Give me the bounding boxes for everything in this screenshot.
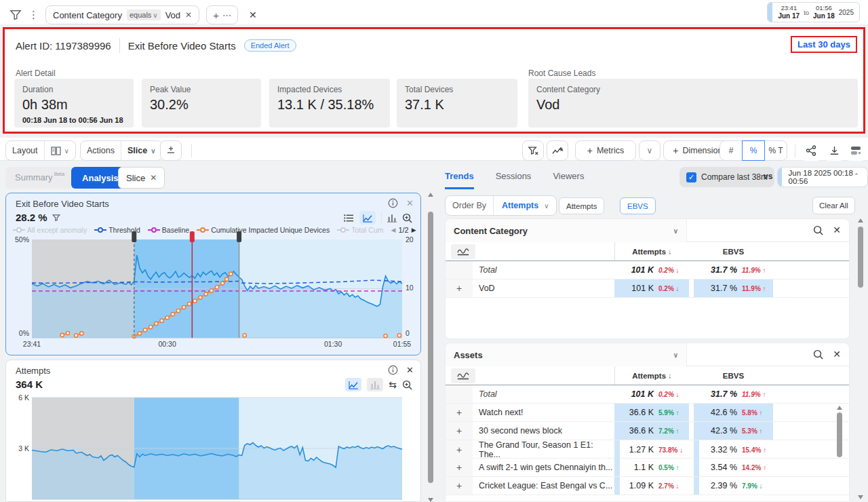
dimension-select[interactable]: Content Category ∨ <box>446 219 687 242</box>
line-chart-toggle[interactable] <box>359 211 376 225</box>
zoom-icon[interactable] <box>402 213 412 223</box>
row-expander[interactable]: + <box>446 459 473 476</box>
info-icon[interactable] <box>388 365 398 375</box>
tab-summary[interactable]: SummaryBeta <box>5 167 71 189</box>
left-scrollbar[interactable] <box>426 193 435 502</box>
metric-chip-ebvs[interactable]: EBVS <box>620 197 656 214</box>
close-icon[interactable]: ✕ <box>150 173 157 182</box>
table-row[interactable]: Total101 K0.2% ↓31.7 %11.9% ↑ <box>446 261 849 279</box>
close-icon[interactable]: ✕ <box>406 198 414 208</box>
tab-trends[interactable]: Trends <box>445 171 474 189</box>
row-expander[interactable]: + <box>446 279 473 297</box>
table-scrollbar[interactable] <box>835 406 844 501</box>
row-expander[interactable]: + <box>446 477 473 495</box>
plus-icon: + <box>213 9 219 21</box>
filter-results-button[interactable] <box>522 140 544 161</box>
dimension-select[interactable]: Assets ∨ <box>446 343 687 366</box>
end-time: 01:56 <box>816 5 832 12</box>
add-filter-button[interactable]: + ⋯ <box>206 5 238 24</box>
pager-next-icon[interactable]: ▶ <box>412 227 416 233</box>
table-row[interactable]: +The Grand Tour, Season 1 E1: The...1.27… <box>446 440 849 459</box>
funnel-small-icon[interactable] <box>52 214 60 222</box>
end-date: Jun 18 <box>813 12 835 20</box>
bar-chart-icon[interactable] <box>387 214 397 223</box>
trend-column-icon[interactable] <box>451 368 475 383</box>
trend-column-icon[interactable] <box>451 244 475 259</box>
row-expander[interactable]: + <box>446 440 473 459</box>
scroll-up-arrow[interactable] <box>837 406 842 410</box>
table-row[interactable]: Total101 K0.2% ↓31.7 %11.9% ↑ <box>446 385 849 404</box>
tab-slice[interactable]: Slice ✕ <box>118 167 165 189</box>
scroll-down-arrow[interactable] <box>858 495 863 499</box>
kebab-menu-icon[interactable]: ⋮ <box>28 9 39 21</box>
compare-range-text: Jun 18 2025 00:18 - 00:56 <box>782 168 867 187</box>
table-row[interactable]: +A swift 2-1 win gets Chennaiyin th...1.… <box>446 459 849 477</box>
table-row[interactable]: +VoD101 K0.2% ↓31.7 %11.9% ↑ <box>446 279 849 298</box>
table-row[interactable]: +30 second news block36.6 K7.2% ↑42.3 %5… <box>446 422 849 440</box>
add-chart-button[interactable] <box>547 140 568 161</box>
close-icon[interactable]: ✕ <box>406 365 414 375</box>
column-ebvs[interactable]: EBVS <box>694 372 773 380</box>
remove-filter-icon[interactable]: ✕ <box>185 10 192 20</box>
unit-option[interactable]: # <box>719 140 743 161</box>
column-attempts[interactable]: Attempts↓ <box>614 242 689 260</box>
compare-daterange[interactable]: Jun 18 2025 00:18 - 00:56 <box>777 167 868 187</box>
attempts-value: 36.6 K <box>614 408 654 417</box>
panel-title: Exit Before Video Starts <box>16 199 109 209</box>
attempts-plot-area[interactable] <box>32 389 402 499</box>
unit-option[interactable]: % <box>742 140 765 161</box>
close-icon[interactable]: ✕ <box>833 225 841 235</box>
share-button[interactable] <box>800 140 822 161</box>
daterange-picker[interactable]: 23:41Jun 17 to 01:56Jun 18 2025 <box>767 2 860 22</box>
download-button[interactable] <box>823 140 845 161</box>
swap-axes-icon[interactable]: ⇆ <box>389 379 397 390</box>
compare-toggle[interactable]: ✓ Compare last 38m <box>679 167 774 187</box>
unit-toggle-group: #%% T <box>720 140 787 161</box>
search-icon[interactable] <box>813 349 823 360</box>
info-icon[interactable] <box>388 198 398 208</box>
column-ebvs[interactable]: EBVS <box>694 248 773 256</box>
split-panel-button[interactable] <box>160 140 182 161</box>
attempts-delta: 0.2% ↓ <box>658 267 679 274</box>
filter-chip[interactable]: Content Category equals∨ Vod ✕ <box>45 5 199 24</box>
metric-chip-attempts[interactable]: Attempts <box>559 197 604 214</box>
layout-control[interactable]: Layout ∨ <box>5 140 76 161</box>
checkbox-checked-icon[interactable]: ✓ <box>686 172 696 182</box>
actions-control[interactable]: Actions Slice∨ <box>80 140 163 161</box>
table-row[interactable]: +Watch next!36.6 K5.9% ↑42.6 %5.8% ↑ <box>446 404 849 422</box>
metrics-dropdown[interactable]: ∨ <box>639 140 660 161</box>
cards-icon <box>850 146 861 155</box>
clear-filters-icon[interactable]: ✕ <box>249 9 257 20</box>
zoom-icon[interactable] <box>402 380 412 390</box>
last-30-days-link[interactable]: Last 30 days <box>791 36 857 53</box>
filter-funnel-icon[interactable] <box>9 9 22 21</box>
ebvs-plot-area[interactable] <box>32 231 402 338</box>
filter-operator[interactable]: equals∨ <box>127 9 161 20</box>
unit-option[interactable]: % T <box>764 140 787 161</box>
tab-viewers[interactable]: Viewers <box>553 171 584 189</box>
tab-sessions[interactable]: Sessions <box>496 171 532 189</box>
layout-cards-button[interactable] <box>845 140 867 161</box>
x-tick-label: 01:55 <box>389 340 416 348</box>
clear-all-button[interactable]: Clear All <box>812 197 855 214</box>
scrollbar-thumb[interactable] <box>428 212 433 483</box>
scrollbar-thumb[interactable] <box>837 412 842 457</box>
row-expander[interactable]: + <box>446 404 473 421</box>
scrollbar-thumb[interactable] <box>858 227 863 288</box>
add-metrics-button[interactable]: + Metrics <box>575 140 636 161</box>
search-icon[interactable] <box>813 225 823 235</box>
attempts-chart[interactable] <box>32 389 402 499</box>
column-attempts[interactable]: Attempts↓ <box>614 366 689 385</box>
close-icon[interactable]: ✕ <box>833 349 841 360</box>
order-by-control[interactable]: Order By Attempts ∨ <box>445 195 557 216</box>
page-scrollbar[interactable] <box>856 218 865 499</box>
card-label: Impacted Devices <box>277 85 382 94</box>
scroll-up-arrow[interactable] <box>428 193 433 197</box>
scroll-up-arrow[interactable] <box>858 218 863 223</box>
table-row[interactable]: +Cricket League: East Bengal vs C...1.09… <box>446 477 849 495</box>
scroll-down-arrow[interactable] <box>428 498 433 502</box>
attempts-cell: 1.27 K73.8% ↓ <box>614 440 689 459</box>
exit-before-video-starts-chart[interactable] <box>32 231 402 338</box>
legend-list-icon[interactable] <box>344 214 354 223</box>
row-expander[interactable]: + <box>446 422 473 440</box>
